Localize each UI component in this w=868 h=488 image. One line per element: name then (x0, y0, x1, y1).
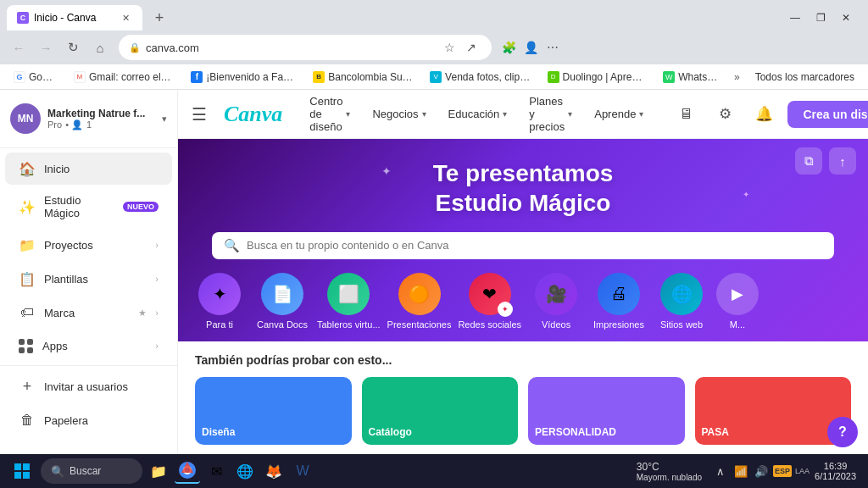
qa-canva-docs[interactable]: 📄 Canva Docs (254, 273, 310, 330)
main-area: ☰ Canva Centro de diseño ▾ Negocios ▾ Ed… (178, 90, 868, 454)
nav-design-center[interactable]: Centro de diseño ▾ (299, 90, 360, 138)
all-bookmarks-button[interactable]: Todos los marcadores (748, 69, 861, 85)
qa-para-ti[interactable]: ✦ Para ti (192, 273, 248, 330)
url-bar[interactable]: 🔒 canva.com ☆ ↗ (119, 35, 492, 60)
tray-up-arrow[interactable]: ∧ (712, 463, 729, 480)
sidebar-item-trash[interactable]: 🗑 Papelera (5, 404, 172, 436)
bookmark-venda[interactable]: V Venda fotos, clips d... (423, 69, 537, 85)
close-button[interactable]: ✕ (834, 6, 858, 30)
sidebar-item-invite[interactable]: + Invitar a usuarios (5, 370, 172, 402)
firefox-icon: 🦊 (265, 463, 282, 480)
search-section: 🔍 (178, 225, 868, 268)
sidebar-divider (0, 147, 177, 148)
language-flag[interactable]: ESP (773, 465, 792, 477)
bookmarks-bar: G Google M Gmail: correo electr... f ¡Bi… (0, 64, 868, 90)
template-icon: 📋 (19, 270, 36, 287)
taskbar-chrome[interactable] (175, 458, 200, 484)
clock[interactable]: 16:39 6/11/2023 (815, 461, 856, 481)
card-2[interactable]: Catálogo (362, 377, 519, 445)
bookmark-bancolombia[interactable]: B Bancolombia Sucur... (306, 69, 420, 85)
minimize-button[interactable]: — (783, 6, 807, 30)
apps-icon (19, 338, 34, 353)
address-bar: ← → ↻ ⌂ 🔒 canva.com ☆ ↗ 🧩 👤 ⋯ (0, 30, 868, 64)
card-grid: Diseña Catálogo PERSONALIDAD PASA (195, 377, 851, 445)
taskbar-mail[interactable]: ✉ (203, 458, 229, 484)
qa-impresiones[interactable]: 🖨 Impresiones (591, 273, 647, 330)
bookmark-facebook[interactable]: f ¡Bienvenido a Faceb... (184, 69, 303, 85)
chevron-right-icon: › (155, 240, 159, 250)
sidebar: MN Marketing Natrue f... Pro • 👤 1 ▾ 🏠 I… (0, 90, 178, 454)
copy-icon[interactable]: ⧉ (795, 147, 822, 175)
sidebar-label-invite: Invitar a usuarios (44, 380, 159, 393)
card-3[interactable]: PERSONALIDAD (528, 377, 685, 445)
upload-icon[interactable]: ↑ (829, 147, 856, 175)
active-tab[interactable]: C Inicio - Canva ✕ (7, 5, 142, 30)
google-favicon: G (14, 71, 25, 83)
settings-icon[interactable]: ⚙ (709, 99, 740, 130)
home-button[interactable]: ⌂ (88, 36, 112, 59)
search-input[interactable] (247, 239, 822, 252)
taskbar-search[interactable]: 🔍 Buscar (41, 458, 142, 484)
taskbar-file-explorer[interactable]: 📁 (146, 458, 171, 484)
qa-more[interactable]: ▶ M... (716, 273, 759, 330)
volume-icon[interactable]: 🔊 (753, 463, 770, 480)
reload-button[interactable]: ↻ (61, 36, 85, 59)
network-icon[interactable]: 📶 (732, 463, 749, 480)
qa-videos[interactable]: 🎥 Vídeos (528, 273, 584, 330)
nav-chevron-5: ▾ (639, 109, 643, 119)
user-name: Marketing Natrue f... (47, 108, 155, 119)
monitor-icon[interactable]: 🖥 (670, 99, 701, 130)
sidebar-item-magic-studio[interactable]: ✨ Estudio Mágico NUEVO (5, 186, 172, 227)
sidebar-item-apps[interactable]: Apps › (5, 330, 172, 361)
tab-close-button[interactable]: ✕ (119, 11, 132, 25)
profile-icon[interactable]: 👤 (520, 37, 541, 58)
bookmark-google[interactable]: G Google (7, 69, 64, 85)
create-design-button[interactable]: Crea un diseño (787, 101, 868, 128)
sidebar-item-brand[interactable]: 🏷 Marca ★ › (5, 297, 172, 329)
qa-icon-impresiones: 🖨 (598, 273, 640, 315)
start-button[interactable] (7, 456, 37, 486)
nav-education[interactable]: Educación ▾ (438, 90, 518, 138)
canva-logo[interactable]: Canva (224, 102, 282, 127)
qa-presentaciones[interactable]: 🟠 Presentaciones (387, 273, 452, 330)
maximize-button[interactable]: ❐ (809, 6, 832, 30)
header-right: 🖥 ⚙ 🔔 Crea un diseño MN (670, 99, 868, 130)
new-badge: NUEVO (123, 202, 159, 212)
qa-sitios-web[interactable]: 🌐 Sitios web (654, 273, 709, 330)
user-plan: Pro • 👤 1 (47, 119, 155, 130)
extensions-icon[interactable]: 🧩 (498, 37, 519, 58)
sidebar-item-templates[interactable]: 📋 Plantillas › (5, 263, 172, 295)
hamburger-menu-button[interactable]: ☰ (192, 104, 207, 125)
nav-learn[interactable]: Aprende ▾ (584, 90, 654, 138)
invite-icon: + (19, 378, 36, 395)
qa-icon-presentaciones: 🟠 (398, 273, 441, 315)
new-tab-button[interactable]: + (147, 6, 171, 30)
qa-redes-sociales[interactable]: ❤ ✦ Redes sociales (458, 273, 521, 330)
sidebar-label-templates: Plantillas (44, 273, 147, 286)
more-icon[interactable]: ⋯ (542, 37, 563, 58)
taskbar-edge[interactable]: 🌐 (232, 458, 258, 484)
bookmark-gmail-label: Gmail: correo electr... (89, 71, 174, 83)
notifications-icon[interactable]: 🔔 (748, 99, 779, 130)
bookmark-duolingo[interactable]: D Duolingo | Aprende... (541, 69, 654, 85)
card-1[interactable]: Diseña (195, 377, 352, 445)
word-icon: W (296, 463, 309, 479)
nav-plans[interactable]: Planes y precios ▾ (519, 90, 582, 138)
sidebar-user-header[interactable]: MN Marketing Natrue f... Pro • 👤 1 ▾ (0, 98, 177, 144)
sidebar-item-home[interactable]: 🏠 Inicio (5, 152, 172, 185)
nav-business[interactable]: Negocios ▾ (362, 90, 436, 138)
qa-icon-tableros: ⬜ (327, 273, 370, 315)
forward-button[interactable]: → (34, 36, 58, 59)
taskbar-firefox[interactable]: 🦊 (261, 458, 287, 484)
sidebar-item-projects[interactable]: 📁 Proyectos › (5, 229, 172, 261)
weather-widget[interactable]: 30°C Mayorm. nublado (637, 461, 702, 482)
share-icon[interactable]: ↗ (461, 37, 481, 58)
bookmark-gmail[interactable]: M Gmail: correo electr... (67, 69, 181, 85)
bookmark-whatsapp[interactable]: W WhatsApp (656, 69, 726, 85)
taskbar-word[interactable]: W (290, 458, 315, 484)
bookmarks-more-button[interactable]: » (729, 69, 745, 85)
qa-tableros[interactable]: ⬜ Tableros virtu... (317, 273, 381, 330)
help-button[interactable]: ? (827, 417, 858, 447)
bookmark-star-icon[interactable]: ☆ (439, 37, 459, 58)
back-button[interactable]: ← (7, 36, 31, 59)
